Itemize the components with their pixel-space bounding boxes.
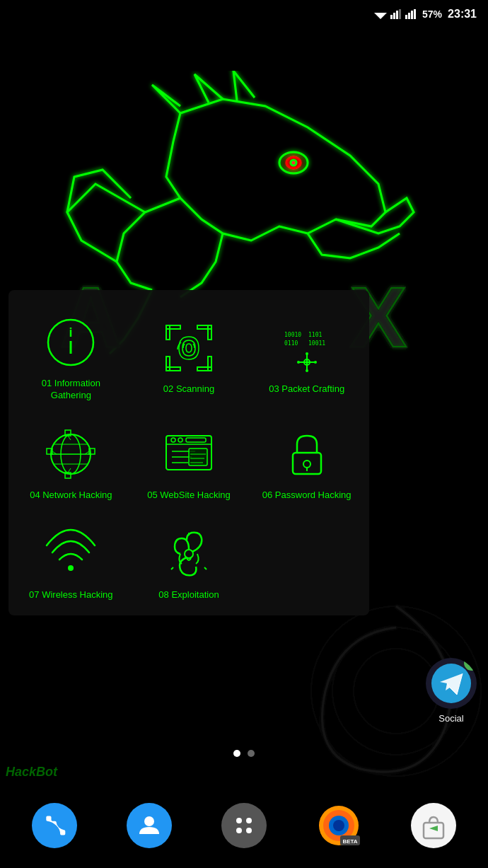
svg-rect-3 bbox=[396, 11, 398, 19]
firefox-icon: BETA bbox=[316, 803, 361, 848]
app-item-wireless-hacking[interactable]: 07 Wireless Hacking bbox=[16, 516, 127, 608]
svg-marker-0 bbox=[374, 13, 387, 19]
app-item-password-hacking[interactable]: 06 Password Hacking bbox=[251, 416, 362, 509]
svg-line-52 bbox=[68, 436, 71, 440]
svg-rect-27 bbox=[166, 357, 170, 371]
svg-rect-8 bbox=[414, 9, 416, 19]
signal-icon bbox=[390, 9, 402, 19]
svg-point-81 bbox=[246, 828, 252, 833]
svg-text:i: i bbox=[69, 325, 73, 340]
app-panel: i 01 Information Gathering bbox=[8, 290, 369, 615]
page-indicator-1[interactable] bbox=[233, 750, 240, 757]
svg-rect-88 bbox=[424, 823, 443, 838]
svg-line-72 bbox=[204, 567, 207, 569]
website-hacking-label: 05 WebSite Hacking bbox=[147, 490, 231, 502]
app-item-network-hacking[interactable]: 04 Network Hacking bbox=[16, 416, 127, 509]
svg-text:0110: 0110 bbox=[284, 340, 298, 347]
store-icon bbox=[411, 803, 456, 848]
apps-icon bbox=[221, 803, 267, 848]
dock-firefox[interactable]: BETA bbox=[316, 803, 361, 848]
scanning-label: 02 Scanning bbox=[163, 383, 214, 395]
svg-point-56 bbox=[171, 438, 175, 442]
watermark: HackBot bbox=[6, 765, 57, 780]
page-indicators bbox=[0, 750, 488, 757]
info-gathering-label: 01 Information Gathering bbox=[21, 378, 121, 402]
exploitation-label: 08 Exploitation bbox=[158, 589, 219, 601]
page-indicator-2[interactable] bbox=[248, 750, 255, 757]
status-bar: 57% 23:31 bbox=[0, 0, 488, 28]
svg-point-57 bbox=[178, 438, 182, 442]
signal2-icon bbox=[405, 9, 417, 19]
app-item-exploitation[interactable]: 08 Exploitation bbox=[134, 516, 245, 608]
svg-line-53 bbox=[68, 468, 71, 473]
app-item-website-hacking[interactable]: 05 WebSite Hacking bbox=[134, 416, 245, 509]
svg-point-77 bbox=[144, 816, 154, 826]
svg-point-37 bbox=[297, 361, 300, 364]
password-hacking-label: 06 Password Hacking bbox=[262, 490, 352, 502]
svg-point-38 bbox=[314, 361, 317, 364]
svg-point-11 bbox=[291, 160, 296, 166]
svg-text:10011: 10011 bbox=[308, 340, 325, 347]
contacts-icon bbox=[127, 803, 172, 848]
app-item-info-gathering[interactable]: i 01 Information Gathering bbox=[16, 304, 127, 409]
wifi-status-icon bbox=[374, 9, 387, 19]
svg-rect-2 bbox=[393, 13, 395, 19]
svg-text:+: + bbox=[470, 659, 474, 667]
bottom-dock: BETA bbox=[0, 783, 488, 868]
svg-point-85 bbox=[333, 820, 344, 831]
info-gathering-icon: i bbox=[42, 314, 99, 371]
svg-rect-1 bbox=[390, 15, 393, 19]
svg-rect-4 bbox=[399, 9, 401, 19]
website-hacking-icon bbox=[161, 426, 217, 482]
dock-phone[interactable] bbox=[32, 803, 77, 848]
svg-point-67 bbox=[303, 461, 310, 468]
password-hacking-icon bbox=[279, 426, 335, 482]
svg-point-40 bbox=[306, 369, 308, 372]
svg-point-80 bbox=[236, 828, 242, 833]
svg-text:BETA: BETA bbox=[342, 838, 357, 845]
svg-line-73 bbox=[171, 567, 173, 569]
svg-rect-5 bbox=[405, 15, 407, 19]
clock: 23:31 bbox=[448, 8, 477, 21]
svg-text:10010: 10010 bbox=[284, 332, 301, 338]
status-icons bbox=[374, 9, 417, 19]
phone-icon bbox=[32, 803, 77, 848]
social-icon: + bbox=[426, 658, 477, 709]
app-grid: i 01 Information Gathering bbox=[16, 304, 362, 608]
svg-rect-23 bbox=[166, 325, 170, 340]
svg-rect-7 bbox=[411, 11, 413, 19]
svg-text:1101: 1101 bbox=[308, 332, 322, 338]
packet-crafting-label: 03 Packet Crafting bbox=[269, 383, 344, 395]
social-app[interactable]: + Social bbox=[426, 658, 477, 724]
dock-store[interactable] bbox=[411, 803, 456, 848]
network-hacking-label: 04 Network Hacking bbox=[30, 490, 112, 502]
scanning-icon bbox=[161, 320, 217, 376]
svg-rect-6 bbox=[408, 13, 410, 19]
svg-point-69 bbox=[68, 565, 74, 571]
exploitation-icon bbox=[161, 526, 217, 582]
dock-contacts[interactable] bbox=[127, 803, 172, 848]
svg-point-79 bbox=[246, 818, 252, 823]
svg-point-78 bbox=[236, 818, 242, 823]
wireless-hacking-label: 07 Wireless Hacking bbox=[29, 589, 113, 601]
app-item-packet-crafting[interactable]: 10010 1101 0110 10011 03 Packet Crafting bbox=[251, 304, 362, 409]
svg-marker-89 bbox=[429, 826, 438, 831]
app-item-scanning[interactable]: 02 Scanning bbox=[134, 304, 245, 409]
dock-apps[interactable] bbox=[221, 803, 267, 848]
svg-rect-25 bbox=[208, 325, 211, 340]
network-hacking-icon bbox=[42, 426, 99, 482]
social-label: Social bbox=[438, 713, 463, 724]
wireless-hacking-icon bbox=[42, 526, 99, 582]
battery-level: 57% bbox=[422, 8, 442, 20]
svg-point-39 bbox=[306, 352, 308, 355]
svg-rect-58 bbox=[186, 438, 206, 442]
svg-rect-29 bbox=[208, 357, 211, 371]
packet-crafting-icon: 10010 1101 0110 10011 bbox=[279, 320, 335, 376]
